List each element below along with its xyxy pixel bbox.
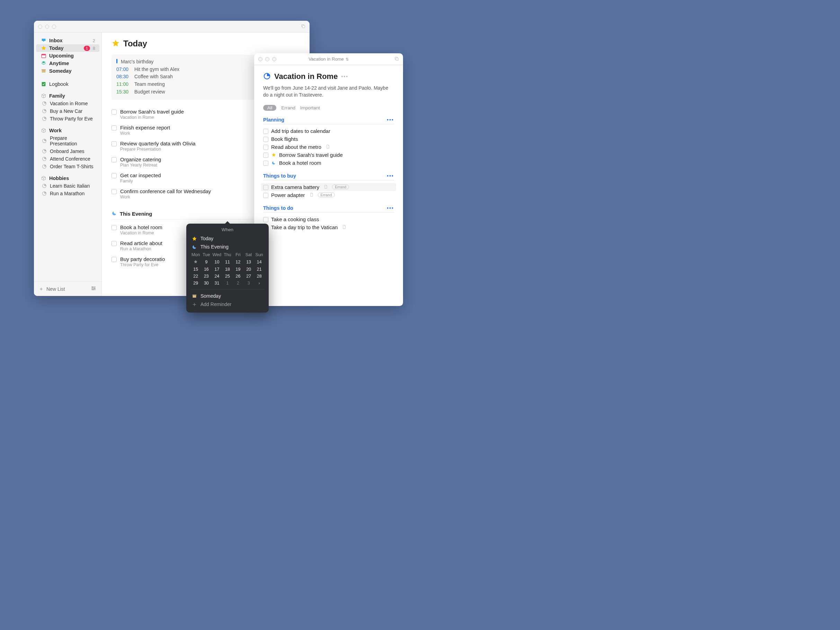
- sidebar-item-today[interactable]: Today 1 8: [36, 44, 99, 52]
- sidebar-project[interactable]: Run a Marathon: [36, 190, 99, 197]
- close-icon[interactable]: [38, 25, 42, 29]
- calendar-day[interactable]: 30: [201, 280, 212, 287]
- checkbox[interactable]: [112, 241, 117, 246]
- calendar-day[interactable]: 13: [243, 259, 254, 266]
- sidebar-project[interactable]: Learn Basic Italian: [36, 182, 99, 190]
- project-section-header[interactable]: Things to buy •••: [263, 173, 394, 180]
- project-notes[interactable]: We'll go from June 14-22 and visit Jane …: [263, 84, 394, 99]
- when-someday[interactable]: Someday: [186, 292, 269, 300]
- calendar-day[interactable]: 31: [212, 280, 222, 287]
- filter-errand[interactable]: Errand: [281, 105, 295, 111]
- settings-button[interactable]: [90, 285, 96, 292]
- calendar-day[interactable]: 28: [254, 273, 265, 280]
- sidebar-area-family[interactable]: Family: [36, 92, 99, 100]
- filter-important[interactable]: Important: [300, 105, 320, 111]
- new-list-button[interactable]: New List: [39, 286, 65, 292]
- project-task-row[interactable]: Add trip dates to calendar: [263, 127, 394, 135]
- section-menu-button[interactable]: •••: [387, 173, 394, 178]
- titlebar-main[interactable]: [34, 21, 309, 33]
- task-tag[interactable]: Errand: [318, 193, 335, 197]
- calendar-day[interactable]: 19: [233, 266, 243, 273]
- calendar-day[interactable]: 20: [243, 266, 254, 273]
- checkbox[interactable]: [263, 193, 268, 198]
- calendar-day[interactable]: 16: [201, 266, 212, 273]
- calendar-day[interactable]: 15: [190, 266, 201, 273]
- sidebar-area-hobbies[interactable]: Hobbies: [36, 174, 99, 182]
- sidebar-project[interactable]: Throw Party for Eve: [36, 115, 99, 123]
- traffic-lights[interactable]: [258, 57, 276, 61]
- zoom-icon[interactable]: [52, 25, 56, 29]
- titlebar-project[interactable]: Vacation in Rome ⇅: [254, 53, 403, 65]
- close-icon[interactable]: [258, 57, 262, 61]
- calendar-day[interactable]: 25: [222, 273, 233, 280]
- project-task-row[interactable]: Extra camera battery Errand: [261, 183, 396, 191]
- checkbox[interactable]: [112, 189, 117, 194]
- project-menu-button[interactable]: •••: [341, 74, 348, 79]
- add-reminder[interactable]: Add Reminder: [186, 300, 269, 308]
- sidebar-item-upcoming[interactable]: Upcoming: [36, 52, 99, 60]
- calendar-day[interactable]: 24: [212, 273, 222, 280]
- sidebar-project[interactable]: Onboard James: [36, 147, 99, 155]
- project-task-row[interactable]: Borrow Sarah's travel guide: [263, 151, 394, 159]
- calendar-day[interactable]: 27: [243, 273, 254, 280]
- calendar-day[interactable]: 26: [233, 273, 243, 280]
- when-this-evening[interactable]: This Evening: [186, 243, 269, 251]
- project-task-row[interactable]: Read about the metro: [263, 143, 394, 151]
- filter-all[interactable]: All: [263, 105, 276, 111]
- calendar-today-star[interactable]: [190, 259, 201, 266]
- checkbox[interactable]: [112, 173, 117, 178]
- titlebar-title[interactable]: Vacation in Rome ⇅: [254, 57, 403, 62]
- checkbox[interactable]: [112, 109, 117, 115]
- window-stack-button[interactable]: [300, 24, 305, 29]
- calendar-day[interactable]: 3: [243, 280, 254, 287]
- calendar-day[interactable]: 9: [201, 259, 212, 266]
- minimize-icon[interactable]: [45, 25, 49, 29]
- project-task-row[interactable]: Take a cooking class: [263, 215, 394, 223]
- window-stack-button[interactable]: [394, 56, 399, 62]
- checkbox[interactable]: [263, 129, 268, 134]
- sidebar-project[interactable]: Order Team T-Shirts: [36, 163, 99, 170]
- sidebar-item-someday[interactable]: Someday: [36, 67, 99, 75]
- project-section-header[interactable]: Things to do •••: [263, 205, 394, 213]
- calendar-day[interactable]: 17: [212, 266, 222, 273]
- calendar-day[interactable]: 11: [222, 259, 233, 266]
- task-tag[interactable]: Errand: [332, 185, 349, 189]
- checkbox[interactable]: [263, 153, 268, 158]
- mini-calendar[interactable]: MonTueWedThuFriSatSun 910111213141516171…: [186, 251, 269, 287]
- project-title[interactable]: Vacation in Rome: [274, 72, 338, 81]
- section-menu-button[interactable]: •••: [387, 117, 394, 123]
- calendar-next[interactable]: ›: [254, 280, 265, 287]
- sidebar-item-logbook[interactable]: Logbook: [36, 80, 99, 88]
- calendar-day[interactable]: 21: [254, 266, 265, 273]
- sidebar-project[interactable]: Attend Conference: [36, 155, 99, 163]
- checkbox[interactable]: [263, 185, 268, 190]
- project-section-header[interactable]: Planning •••: [263, 117, 394, 124]
- checkbox[interactable]: [112, 225, 117, 230]
- calendar-day[interactable]: 14: [254, 259, 265, 266]
- project-task-row[interactable]: Take a day trip to the Vatican: [263, 223, 394, 231]
- project-task-row[interactable]: Book a hotel room: [263, 159, 394, 167]
- checkbox[interactable]: [263, 145, 268, 150]
- sidebar-project[interactable]: Prepare Presentation: [36, 134, 99, 147]
- project-task-row[interactable]: Book flights: [263, 135, 394, 143]
- checkbox[interactable]: [263, 217, 268, 222]
- project-task-row[interactable]: Power adapter Errand: [263, 191, 394, 199]
- checkbox[interactable]: [263, 161, 268, 166]
- calendar-day[interactable]: 22: [190, 273, 201, 280]
- when-today[interactable]: Today: [186, 234, 269, 243]
- calendar-day[interactable]: 12: [233, 259, 243, 266]
- calendar-day[interactable]: 1: [222, 280, 233, 287]
- traffic-lights[interactable]: [38, 25, 56, 29]
- checkbox[interactable]: [112, 257, 117, 262]
- calendar-day[interactable]: 10: [212, 259, 222, 266]
- checkbox[interactable]: [263, 137, 268, 142]
- sidebar-project[interactable]: Vacation in Rome: [36, 100, 99, 107]
- minimize-icon[interactable]: [265, 57, 269, 61]
- calendar-day[interactable]: 23: [201, 273, 212, 280]
- sidebar-area-work[interactable]: Work: [36, 127, 99, 134]
- checkbox[interactable]: [112, 157, 117, 163]
- sidebar-item-inbox[interactable]: Inbox 2: [36, 37, 99, 44]
- checkbox[interactable]: [112, 141, 117, 147]
- sidebar-project[interactable]: Buy a New Car: [36, 107, 99, 115]
- zoom-icon[interactable]: [272, 57, 276, 61]
